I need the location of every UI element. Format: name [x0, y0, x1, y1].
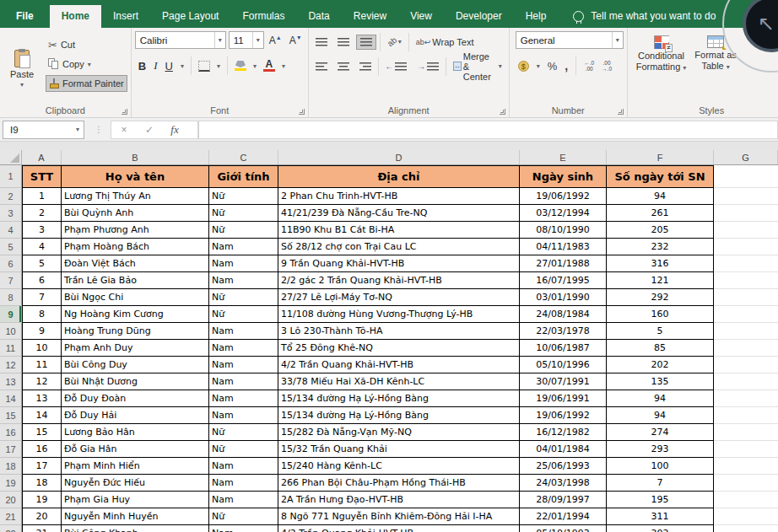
cell[interactable] — [714, 373, 778, 390]
cell[interactable]: Số 28/12 chợ con Trại Cau LC — [278, 239, 520, 255]
cell[interactable]: 135 — [607, 373, 714, 390]
row-header-15[interactable]: 15 — [0, 407, 22, 424]
cell[interactable]: 7 — [22, 289, 62, 306]
cell[interactable]: 3 Lô 230-Thành Tô-HA — [278, 323, 520, 340]
cell[interactable]: 12 — [22, 373, 62, 390]
cell[interactable]: Ngày sinh — [520, 165, 607, 188]
cell[interactable] — [714, 424, 778, 441]
cell[interactable]: 08/10/1990 — [520, 222, 607, 239]
row-header-17[interactable]: 17 — [0, 441, 22, 458]
paste-dropdown-arrow[interactable]: ▾ — [20, 81, 24, 89]
cell[interactable]: 4 — [22, 239, 62, 255]
cell[interactable]: Phạm Anh Duy — [62, 340, 209, 357]
cell[interactable]: 27/27 Lê Lợi-Máy Tơ-NQ — [278, 289, 520, 306]
cell[interactable]: 21 — [22, 525, 62, 532]
cell[interactable] — [714, 390, 778, 407]
cell[interactable]: 13 — [22, 390, 62, 407]
copy-button[interactable]: Copy ▾ — [46, 56, 127, 73]
number-format-dropdown-arrow[interactable]: ▾ — [612, 32, 623, 48]
cell[interactable]: 195 — [607, 492, 714, 508]
bottom-align-button[interactable] — [356, 35, 376, 50]
cell[interactable]: Phạm Phương Anh — [62, 222, 209, 239]
cell[interactable]: 266 Phan Bội Châu-Phạm Hồng Thái-HB — [278, 475, 520, 492]
cell[interactable]: Hoàng Trung Dũng — [62, 323, 209, 340]
cell[interactable]: Địa chỉ — [278, 165, 520, 188]
cell[interactable]: 15/240 Hàng Kênh-LC — [278, 458, 520, 475]
cell[interactable] — [714, 407, 778, 424]
percent-style-button[interactable]: % — [548, 60, 558, 73]
cell[interactable]: 15 — [22, 424, 62, 441]
cell[interactable]: Nam — [209, 373, 278, 390]
cell[interactable]: 16/07/1995 — [520, 272, 607, 289]
cell[interactable]: 311 — [607, 508, 714, 525]
row-header-19[interactable]: 19 — [0, 475, 22, 492]
cell[interactable]: Đỗ Duy Hải — [62, 407, 209, 424]
cell[interactable]: 274 — [607, 424, 714, 441]
cell[interactable]: Nữ — [209, 289, 278, 306]
cell[interactable]: Nữ — [209, 205, 278, 222]
cell[interactable]: 8 — [22, 306, 62, 323]
cell[interactable]: 04/11/1983 — [520, 239, 607, 255]
cell[interactable]: 05/10/1996 — [520, 357, 607, 373]
cell[interactable]: 2 — [22, 205, 62, 222]
cell[interactable]: 24/08/1984 — [520, 306, 607, 323]
cell[interactable]: Nữ — [209, 508, 278, 525]
tab-file[interactable]: File — [0, 5, 50, 28]
cell[interactable]: 100 — [607, 458, 714, 475]
bold-button[interactable]: B — [138, 60, 146, 73]
decrease-decimal-button[interactable]: .00→.0 — [602, 60, 612, 72]
font-size-combobox[interactable]: 11 ▾ — [229, 31, 264, 49]
fill-color-dropdown-arrow[interactable]: ▾ — [253, 62, 257, 70]
cell[interactable] — [714, 205, 778, 222]
cell[interactable]: Nam — [209, 239, 278, 255]
cell[interactable]: Nam — [209, 492, 278, 508]
merge-center-dropdown-arrow[interactable]: ▾ — [499, 62, 502, 70]
row-header-14[interactable]: 14 — [0, 390, 22, 407]
cell[interactable]: 2/2 gác 2 Trần Quang Khải-HVT-HB — [278, 272, 520, 289]
cell[interactable]: 160 — [607, 306, 714, 323]
enter-check-icon[interactable]: ✓ — [137, 124, 162, 136]
cell[interactable]: 121 — [607, 272, 714, 289]
cell[interactable] — [714, 492, 778, 508]
cell[interactable]: Bùi Quỳnh Anh — [62, 205, 209, 222]
accounting-format-button[interactable]: $ — [518, 61, 529, 72]
cell[interactable]: 19 — [22, 492, 62, 508]
insert-function-icon[interactable]: fx — [162, 123, 187, 137]
cell[interactable]: 9 — [22, 323, 62, 340]
increase-decimal-button[interactable]: ←.0.00 — [584, 60, 594, 72]
cell[interactable] — [714, 289, 778, 306]
underline-dropdown-arrow[interactable]: ▾ — [181, 62, 184, 70]
cell[interactable]: 10 — [22, 340, 62, 357]
decrease-indent-button[interactable]: ← — [381, 59, 410, 73]
cell[interactable]: Nam — [209, 255, 278, 272]
cell[interactable]: Tổ 25 Đông Khê-NQ — [278, 340, 520, 357]
row-header-13[interactable]: 13 — [0, 373, 22, 390]
cell[interactable]: 33/78 Miếu Hai Xã-DH Kênh-LC — [278, 373, 520, 390]
cell[interactable]: Trần Lê Gia Bảo — [62, 272, 209, 289]
cell[interactable]: Bùi Ngọc Chi — [62, 289, 209, 306]
cell[interactable]: Nữ — [209, 188, 278, 205]
tab-data[interactable]: Data — [296, 5, 341, 28]
cell[interactable]: 18 — [22, 475, 62, 492]
cell[interactable]: 202 — [607, 525, 714, 532]
cell[interactable]: Ng Hoàng Kim Cương — [62, 306, 209, 323]
cell[interactable]: Nam — [209, 525, 278, 532]
cell[interactable]: 2 Phan Chu Trinh-HVT-HB — [278, 188, 520, 205]
row-header-12[interactable]: 12 — [0, 357, 22, 373]
cell[interactable]: 19/06/1992 — [520, 407, 607, 424]
cell[interactable]: Nguyễn Minh Huyền — [62, 508, 209, 525]
column-header-F[interactable]: F — [607, 150, 714, 164]
cell[interactable]: 11/108 đường Hùng Vương-Thượng Lý-HB — [278, 306, 520, 323]
cell[interactable]: 14 — [22, 407, 62, 424]
cell[interactable]: 15/134 đường Hạ Lý-Hồng Bàng — [278, 390, 520, 407]
cell[interactable]: 9 Trần Quang Khải-HVT-HB — [278, 255, 520, 272]
cell[interactable]: 94 — [607, 407, 714, 424]
cell[interactable] — [714, 272, 778, 289]
cell[interactable]: Phạm Gia Huy — [62, 492, 209, 508]
cell[interactable]: Nữ — [209, 222, 278, 239]
top-align-button[interactable] — [312, 35, 331, 49]
cell[interactable]: 6 — [22, 272, 62, 289]
number-dialog-launcher[interactable] — [618, 109, 624, 115]
row-header-2[interactable]: 2 — [0, 188, 22, 205]
font-name-combobox[interactable]: Calibri ▾ — [135, 31, 226, 49]
